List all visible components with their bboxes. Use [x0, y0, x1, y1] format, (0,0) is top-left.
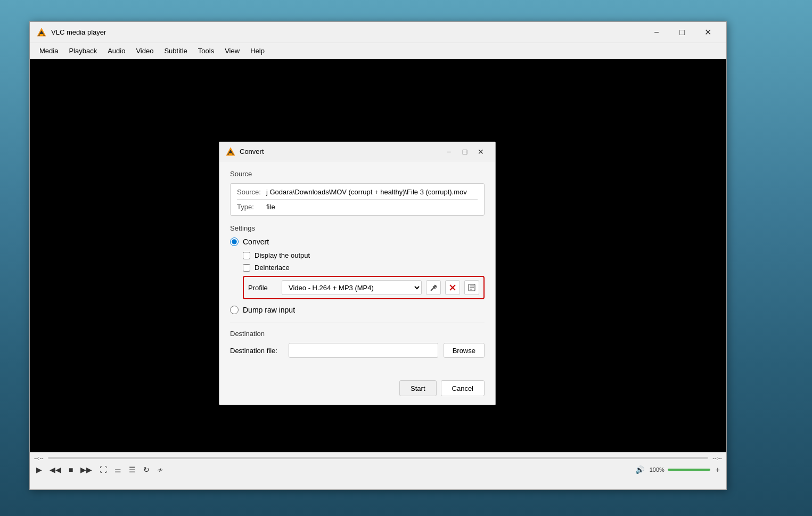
menu-audio[interactable]: Audio [102, 45, 130, 57]
menu-playback[interactable]: Playback [63, 45, 102, 57]
volume-up-button[interactable]: + [713, 464, 722, 475]
dialog-body: Source Source: j Godara\Downloads\MOV (c… [219, 161, 495, 375]
source-key: Source: [237, 188, 266, 196]
dialog-minimize-button[interactable]: − [441, 145, 457, 159]
stop-button[interactable]: ■ [67, 464, 75, 475]
fullscreen-button[interactable]: ⛶ [97, 464, 109, 475]
extended-button[interactable]: ⚌ [112, 464, 124, 475]
prev-button[interactable]: ◀◀ [47, 464, 63, 475]
progress-bar[interactable] [48, 457, 709, 459]
minimize-button[interactable]: − [644, 24, 669, 41]
vlc-icon [36, 27, 47, 38]
volume-label: 100% [650, 466, 665, 473]
play-button[interactable]: ▶ [34, 464, 44, 475]
time-elapsed: --:-- [34, 455, 44, 461]
new-profile-icon [468, 284, 475, 291]
progress-row: --:-- --:-- [34, 455, 722, 461]
menu-help[interactable]: Help [245, 45, 270, 57]
profile-delete-button[interactable] [445, 280, 460, 295]
display-output-checkbox[interactable] [243, 252, 250, 259]
time-total: --:-- [712, 455, 722, 461]
destination-file-input[interactable] [289, 343, 438, 358]
video-area: Convert − □ ✕ Source Source: j Godara\Do… [30, 59, 726, 452]
close-button[interactable]: ✕ [695, 24, 720, 41]
convert-radio[interactable] [230, 237, 239, 246]
menu-tools[interactable]: Tools [193, 45, 219, 57]
convert-dialog: Convert − □ ✕ Source Source: j Godara\Do… [219, 142, 496, 405]
deinterlace-checkbox[interactable] [243, 264, 250, 272]
dialog-footer: Start Cancel [219, 375, 495, 405]
app-title: VLC media player [51, 28, 644, 36]
destination-section: Destination Destination file: Browse [230, 330, 485, 358]
profile-settings-button[interactable] [426, 280, 441, 295]
convert-radio-label[interactable]: Convert [243, 237, 269, 246]
profile-label: Profile [248, 284, 277, 292]
cancel-button[interactable]: Cancel [441, 380, 485, 396]
deinterlace-label[interactable]: Deinterlace [255, 264, 290, 272]
destination-section-label: Destination [230, 330, 485, 338]
volume-icon[interactable]: 🔊 [633, 464, 646, 475]
type-row: Type: file [237, 203, 478, 211]
playlist-button[interactable]: ☰ [127, 464, 138, 475]
convert-radio-row: Convert [230, 237, 485, 246]
source-value: j Godara\Downloads\MOV (corrupt + health… [266, 188, 467, 196]
dump-raw-radio[interactable] [230, 306, 239, 314]
source-info-box: Source: j Godara\Downloads\MOV (corrupt … [230, 183, 485, 216]
loop-button[interactable]: ↻ [141, 464, 152, 475]
dump-raw-label[interactable]: Dump raw input [243, 306, 295, 314]
menu-video[interactable]: Video [130, 45, 159, 57]
volume-fill [668, 469, 710, 471]
dialog-title: Convert [240, 148, 441, 155]
profile-select[interactable]: Video - H.264 + MP3 (MP4) Video - H.265 … [282, 280, 422, 295]
dialog-close-button[interactable]: ✕ [473, 145, 489, 159]
menu-media[interactable]: Media [34, 45, 63, 57]
settings-section: Convert Display the output Deinterlace [230, 237, 485, 299]
vlc-main-window: VLC media player − □ ✕ Media Playback Au… [29, 21, 727, 490]
random-button[interactable]: ≁ [155, 464, 166, 475]
source-section-label: Source [230, 170, 485, 178]
volume-bar[interactable] [668, 469, 710, 471]
dialog-maximize-button[interactable]: □ [457, 145, 473, 159]
browse-button[interactable]: Browse [444, 343, 485, 358]
source-row: Source: j Godara\Downloads\MOV (corrupt … [237, 188, 478, 196]
settings-section-label: Settings [230, 224, 485, 232]
profile-new-button[interactable] [464, 280, 479, 295]
dialog-vlc-icon [226, 147, 235, 157]
maximize-button[interactable]: □ [670, 24, 694, 41]
svg-rect-2 [39, 34, 44, 36]
next-button[interactable]: ▶▶ [78, 464, 94, 475]
dump-radio-row: Dump raw input [230, 306, 485, 314]
wrench-icon [430, 284, 437, 291]
dest-file-label: Destination file: [230, 347, 283, 355]
dialog-title-bar: Convert − □ ✕ [219, 142, 495, 161]
window-controls: − □ ✕ [644, 24, 720, 41]
settings-divider [230, 323, 485, 323]
controls-bar: --:-- --:-- ▶ ◀◀ ■ ▶▶ ⛶ ⚌ ☰ ↻ ≁ 🔊 100% + [30, 452, 726, 489]
controls-row: ▶ ◀◀ ■ ▶▶ ⛶ ⚌ ☰ ↻ ≁ 🔊 100% + [34, 464, 722, 475]
delete-icon [449, 284, 456, 291]
type-value: file [266, 203, 275, 211]
deinterlace-row: Deinterlace [243, 264, 485, 272]
volume-area: 🔊 100% + [633, 464, 722, 475]
dialog-overlay: Convert − □ ✕ Source Source: j Godara\Do… [30, 59, 726, 452]
display-output-row: Display the output [243, 251, 485, 259]
source-divider [237, 199, 478, 200]
type-key: Type: [237, 203, 266, 211]
menu-subtitle[interactable]: Subtitle [159, 45, 192, 57]
title-bar: VLC media player − □ ✕ [30, 22, 726, 43]
start-button[interactable]: Start [399, 380, 436, 396]
profile-row: Profile Video - H.264 + MP3 (MP4) Video … [243, 276, 485, 299]
menu-view[interactable]: View [219, 45, 245, 57]
menu-bar: Media Playback Audio Video Subtitle Tool… [30, 43, 726, 59]
svg-rect-5 [228, 153, 233, 155]
destination-row: Destination file: Browse [230, 343, 485, 358]
display-output-label[interactable]: Display the output [255, 251, 310, 259]
